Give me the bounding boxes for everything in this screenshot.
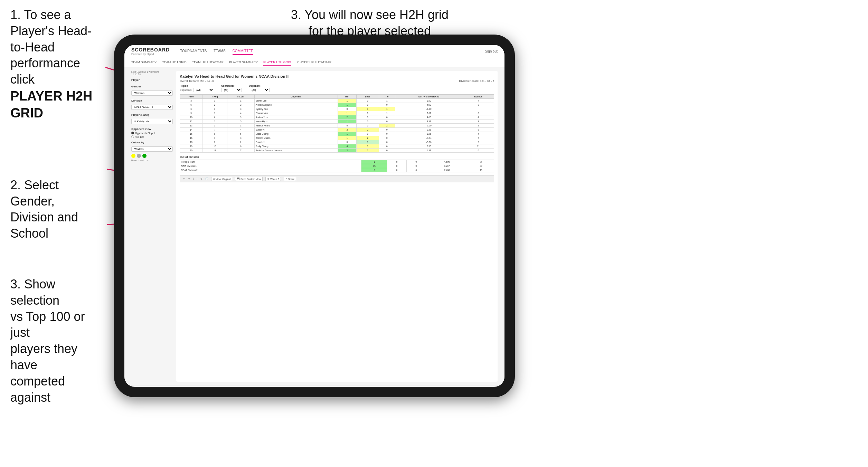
undo-icon[interactable]: ↩	[183, 178, 185, 180]
division-label: Division	[131, 99, 173, 102]
nav-committee[interactable]: COMMITTEE	[233, 48, 253, 55]
table-row: 1474Eunice Yi2200.389	[180, 128, 494, 132]
sub-nav-team-h2h-heatmap[interactable]: TEAM H2H HEATMAP	[192, 59, 224, 66]
ood-table-row: NAIA Division 115009.26730	[180, 164, 494, 168]
division-record: Division Record: 331 - 34 - 6	[459, 79, 494, 83]
table-row: 1063Andrea York2004.004	[180, 115, 494, 120]
col-diff: Diff Av Strokes/Rnd	[395, 95, 463, 99]
records-row: Overall Record: 353 - 34 - 6 Division Re…	[180, 79, 494, 83]
legend-down: Down	[131, 159, 136, 161]
view-original-btn[interactable]: ⊞ View: Original	[211, 177, 232, 181]
out-of-division-label: Out of division	[180, 155, 494, 159]
sub-nav-team-h2h-grid[interactable]: TEAM H2H GRID	[162, 59, 187, 66]
col-loss: Loss	[357, 95, 379, 99]
nav-teams[interactable]: TEAMS	[214, 48, 225, 55]
conference-filter: Conference (All)	[221, 85, 242, 92]
forward-icon[interactable]: ⟩	[197, 178, 198, 180]
division-section: Division NCAA Division III	[131, 99, 173, 110]
opponent-select[interactable]: (All)	[249, 88, 270, 92]
colour-by-label: Colour by	[131, 141, 173, 144]
col-div: # Div	[180, 95, 202, 99]
logo-title: SCOREBOARD	[131, 47, 170, 53]
radio-opponents-played[interactable]: Opponents Played	[131, 132, 173, 134]
bottom-toolbar: ↩ ↪ ⟨ ⟩ ↺ 🕐 ⊞ View: Original 💾 Save Cust…	[180, 175, 494, 182]
colour-by-select[interactable]: Win/loss	[131, 146, 173, 152]
watch-btn[interactable]: 👁 Watch ▾	[265, 177, 281, 181]
h2h-title: Katelyn Vo Head-to-Head Grid for Women's…	[180, 74, 494, 78]
table-row: 522Alexis Sudjianto1004.003	[180, 103, 494, 107]
col-tie: Tie	[379, 95, 395, 99]
logo-subtitle: Powered by clippd	[131, 53, 170, 56]
step3-show-line1: vs Top 100 or just	[10, 309, 104, 341]
radio-dot-opponents	[131, 132, 134, 134]
app-logo: SCOREBOARD Powered by clippd	[131, 47, 170, 56]
colour-legend: Down Level Up	[131, 159, 173, 161]
sub-nav-player-h2h-grid[interactable]: PLAYER H2H GRID	[263, 59, 291, 66]
back-icon[interactable]: ⟨	[193, 178, 194, 180]
last-updated: Last Updated: 27/03/2024 16:55:38	[131, 71, 173, 76]
player-rank-section: Player (Rank) 8. Katelyn Vo	[131, 113, 173, 124]
filters-section: Region Opponents: (All) Conference (All)	[180, 85, 494, 92]
gender-label: Gender	[131, 85, 173, 88]
step2-title: 2. Select Gender,	[10, 177, 104, 210]
gender-section: Gender Women's	[131, 85, 173, 96]
clock-icon[interactable]: 🕐	[205, 178, 208, 180]
opponent-view-section: Opponent view Opponents Played Top 100	[131, 127, 173, 138]
radio-top100[interactable]: Top 100	[131, 135, 173, 138]
step1-line2: to-Head performance click	[10, 39, 104, 88]
opponent-filter: Opponent (All)	[249, 85, 270, 92]
legend-level: Level	[139, 159, 143, 161]
tablet-screen: SCOREBOARD Powered by clippd TOURNAMENTS…	[124, 45, 504, 387]
radio-dot-top100	[131, 135, 134, 138]
app-header: SCOREBOARD Powered by clippd TOURNAMENTS…	[124, 45, 504, 58]
col-rounds: Rounds	[463, 95, 494, 99]
table-row: 1125Heejo Hyun1003.333	[180, 120, 494, 124]
step2-line1: Division and	[10, 209, 104, 226]
table-row: 1613Jessica Mason120-0.947	[180, 136, 494, 140]
watch-icon: 👁	[267, 178, 270, 180]
table-row: 1311Jessica Huang002-3.002	[180, 124, 494, 128]
h2h-table: # Div # Reg # Conf Opponent Win Loss Tie…	[180, 94, 494, 153]
col-reg: # Reg	[202, 95, 227, 99]
division-select[interactable]: NCAA Division III	[131, 105, 173, 110]
colour-dot-down	[131, 154, 135, 158]
out-of-division-table: Foreign Team1004.5002NAIA Division 11500…	[180, 160, 494, 172]
player-section: Player	[131, 78, 173, 82]
sub-nav-player-h2h-heatmap[interactable]: PLAYER H2H HEATMAP	[296, 59, 331, 66]
share-btn[interactable]: ↗ Share	[284, 177, 296, 181]
sign-out-link[interactable]: Sign out	[485, 49, 498, 53]
step1-line1: 1. To see a Player's Head-	[10, 7, 104, 39]
redo-icon[interactable]: ↪	[188, 178, 190, 180]
step3-show-line2: players they have	[10, 341, 104, 373]
player-rank-select[interactable]: 8. Katelyn Vo	[131, 119, 173, 124]
opponent-view-options: Opponents Played Top 100	[131, 132, 173, 138]
table-row: 19106Emily Chang4100.3011	[180, 144, 494, 149]
conference-select[interactable]: (All)	[221, 88, 242, 92]
save-icon: 💾	[237, 178, 240, 180]
opponent-view-label: Opponent view	[131, 127, 173, 131]
sub-navigation: TEAM SUMMARY TEAM H2H GRID TEAM H2H HEAT…	[124, 58, 504, 67]
tablet-device: SCOREBOARD Powered by clippd TOURNAMENTS…	[114, 35, 515, 397]
main-content: Last Updated: 27/03/2024 16:55:38 Player…	[124, 67, 504, 385]
opponents-label: Opponents:	[180, 89, 192, 91]
colour-by-section: Colour by Win/loss Down Level Up	[131, 141, 173, 161]
table-row: 1585Stella Cheng1001.254	[180, 132, 494, 136]
table-row: 633Sydney Kuo011-1.00	[180, 107, 494, 111]
colour-dot-up	[142, 154, 147, 158]
region-select[interactable]: (All)	[194, 88, 214, 92]
col-win: Win	[338, 95, 357, 99]
sub-nav-player-summary[interactable]: PLAYER SUMMARY	[229, 59, 258, 66]
overall-record: Overall Record: 353 - 34 - 6	[180, 79, 214, 83]
sub-nav-team-summary[interactable]: TEAM SUMMARY	[131, 59, 157, 66]
nav-tournaments[interactable]: TOURNAMENTS	[180, 48, 207, 55]
refresh-icon[interactable]: ↺	[200, 178, 202, 180]
table-row: 311Esther Lee1011.504	[180, 99, 494, 103]
save-custom-view-btn[interactable]: 💾 Save Custom View	[235, 177, 263, 181]
table-row: 1822Euna Lee010-5.002	[180, 140, 494, 144]
step1-bold: PLAYER H2H GRID	[10, 88, 104, 122]
ood-table-row: NCAA Division 25007.40010	[180, 168, 494, 172]
out-of-division-section: Out of division Foreign Team1004.5002NAI…	[180, 155, 494, 172]
gender-select[interactable]: Women's	[131, 90, 173, 96]
player-rank-label: Player (Rank)	[131, 113, 173, 116]
ood-table-row: Foreign Team1004.5002	[180, 160, 494, 164]
